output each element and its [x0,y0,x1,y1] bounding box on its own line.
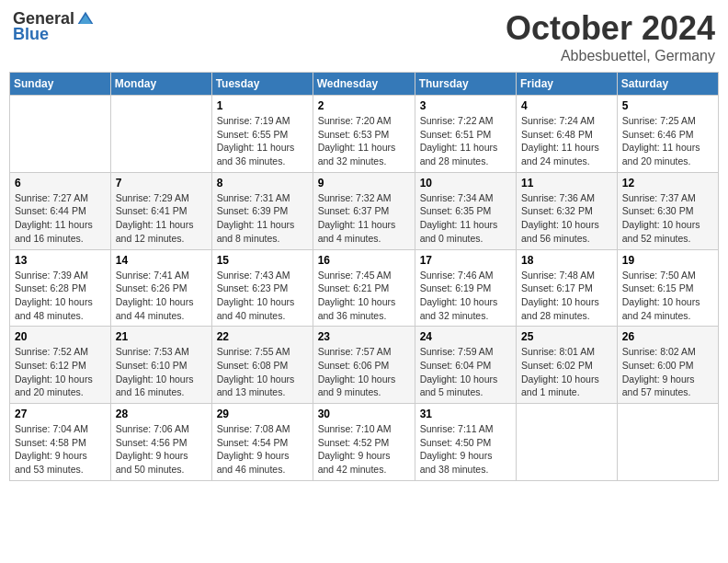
calendar-cell [110,96,211,173]
day-number: 27 [15,408,106,420]
day-info: Sunrise: 7:11 AM Sunset: 4:50 PM Dayligh… [420,422,511,477]
day-info: Sunrise: 7:20 AM Sunset: 6:53 PM Dayligh… [318,114,410,168]
day-number: 21 [116,330,207,343]
calendar-cell: 18Sunrise: 7:48 AM Sunset: 6:17 PM Dayli… [517,249,618,327]
calendar-cell: 30Sunrise: 7:10 AM Sunset: 4:52 PM Dayli… [313,404,415,481]
day-number: 9 [318,177,410,190]
calendar-cell: 31Sunrise: 7:11 AM Sunset: 4:50 PM Dayli… [415,404,516,481]
day-info: Sunrise: 7:06 AM Sunset: 4:56 PM Dayligh… [116,422,207,477]
day-number: 26 [622,330,713,343]
day-info: Sunrise: 7:34 AM Sunset: 6:35 PM Dayligh… [420,191,511,246]
day-number: 20 [15,330,106,343]
day-info: Sunrise: 7:41 AM Sunset: 6:26 PM Dayligh… [116,269,207,323]
calendar-table: Sunday Monday Tuesday Wednesday Thursday… [9,72,719,481]
calendar-cell: 2Sunrise: 7:20 AM Sunset: 6:53 PM Daylig… [313,96,415,173]
month-title: October 2024 [506,9,715,48]
calendar-cell: 13Sunrise: 7:39 AM Sunset: 6:28 PM Dayli… [10,249,111,327]
day-number: 22 [217,330,308,343]
calendar-cell: 9Sunrise: 7:32 AM Sunset: 6:37 PM Daylig… [313,172,415,249]
day-number: 29 [217,408,308,420]
day-info: Sunrise: 8:01 AM Sunset: 6:02 PM Dayligh… [521,345,612,399]
calendar-cell: 8Sunrise: 7:31 AM Sunset: 6:39 PM Daylig… [211,172,313,249]
day-info: Sunrise: 7:37 AM Sunset: 6:30 PM Dayligh… [622,191,713,246]
day-number: 2 [318,99,410,112]
day-number: 5 [622,99,713,112]
day-number: 6 [15,177,106,190]
day-number: 3 [420,99,511,112]
calendar-cell: 11Sunrise: 7:36 AM Sunset: 6:32 PM Dayli… [517,172,618,249]
calendar-week-3: 13Sunrise: 7:39 AM Sunset: 6:28 PM Dayli… [10,249,719,327]
day-number: 30 [318,408,410,420]
day-number: 16 [318,254,410,267]
calendar-cell: 27Sunrise: 7:04 AM Sunset: 4:58 PM Dayli… [10,404,111,481]
calendar-cell: 22Sunrise: 7:55 AM Sunset: 6:08 PM Dayli… [211,327,313,404]
day-number: 19 [622,254,713,267]
calendar-cell: 3Sunrise: 7:22 AM Sunset: 6:51 PM Daylig… [415,96,516,173]
calendar-week-1: 1Sunrise: 7:19 AM Sunset: 6:55 PM Daylig… [10,96,719,173]
calendar-cell: 6Sunrise: 7:27 AM Sunset: 6:44 PM Daylig… [10,172,111,249]
header-friday: Friday [517,73,618,96]
logo-blue: Blue [13,25,49,44]
day-info: Sunrise: 7:57 AM Sunset: 6:06 PM Dayligh… [318,345,410,399]
day-info: Sunrise: 7:39 AM Sunset: 6:28 PM Dayligh… [15,269,106,323]
calendar-cell [517,404,618,481]
calendar-cell: 19Sunrise: 7:50 AM Sunset: 6:15 PM Dayli… [617,249,718,327]
day-number: 10 [420,177,511,190]
header-row: Sunday Monday Tuesday Wednesday Thursday… [10,73,719,96]
calendar-cell: 10Sunrise: 7:34 AM Sunset: 6:35 PM Dayli… [415,172,516,249]
day-number: 15 [217,254,308,267]
day-number: 8 [217,177,308,190]
day-number: 7 [116,177,207,190]
day-info: Sunrise: 7:29 AM Sunset: 6:41 PM Dayligh… [116,191,207,246]
logo-icon [76,10,95,29]
day-number: 12 [622,177,713,190]
calendar-cell: 28Sunrise: 7:06 AM Sunset: 4:56 PM Dayli… [110,404,211,481]
header-sunday: Sunday [10,73,111,96]
calendar-cell: 25Sunrise: 8:01 AM Sunset: 6:02 PM Dayli… [517,327,618,404]
calendar-cell: 5Sunrise: 7:25 AM Sunset: 6:46 PM Daylig… [617,96,718,173]
day-info: Sunrise: 7:43 AM Sunset: 6:23 PM Dayligh… [217,269,308,323]
day-info: Sunrise: 7:27 AM Sunset: 6:44 PM Dayligh… [15,191,106,246]
page-header: General Blue October 2024 Abbesbuettel, … [9,9,719,64]
day-info: Sunrise: 7:53 AM Sunset: 6:10 PM Dayligh… [116,345,207,399]
day-number: 14 [116,254,207,267]
calendar-cell: 14Sunrise: 7:41 AM Sunset: 6:26 PM Dayli… [110,249,211,327]
day-info: Sunrise: 7:31 AM Sunset: 6:39 PM Dayligh… [217,191,308,246]
day-info: Sunrise: 7:36 AM Sunset: 6:32 PM Dayligh… [521,191,612,246]
day-info: Sunrise: 7:59 AM Sunset: 6:04 PM Dayligh… [420,345,511,399]
calendar-cell: 23Sunrise: 7:57 AM Sunset: 6:06 PM Dayli… [313,327,415,404]
day-number: 4 [521,99,612,112]
calendar-week-2: 6Sunrise: 7:27 AM Sunset: 6:44 PM Daylig… [10,172,719,249]
day-number: 25 [521,330,612,343]
day-info: Sunrise: 7:24 AM Sunset: 6:48 PM Dayligh… [521,114,612,168]
day-number: 23 [318,330,410,343]
day-info: Sunrise: 7:46 AM Sunset: 6:19 PM Dayligh… [420,269,511,323]
calendar-cell: 21Sunrise: 7:53 AM Sunset: 6:10 PM Dayli… [110,327,211,404]
day-info: Sunrise: 7:25 AM Sunset: 6:46 PM Dayligh… [622,114,713,168]
calendar-cell: 15Sunrise: 7:43 AM Sunset: 6:23 PM Dayli… [211,249,313,327]
day-info: Sunrise: 7:50 AM Sunset: 6:15 PM Dayligh… [622,269,713,323]
calendar-cell: 26Sunrise: 8:02 AM Sunset: 6:00 PM Dayli… [617,327,718,404]
header-monday: Monday [110,73,211,96]
calendar-cell: 1Sunrise: 7:19 AM Sunset: 6:55 PM Daylig… [211,96,313,173]
calendar-cell: 12Sunrise: 7:37 AM Sunset: 6:30 PM Dayli… [617,172,718,249]
day-info: Sunrise: 7:08 AM Sunset: 4:54 PM Dayligh… [217,422,308,477]
day-number: 1 [217,99,308,112]
header-tuesday: Tuesday [211,73,313,96]
day-info: Sunrise: 7:52 AM Sunset: 6:12 PM Dayligh… [15,345,106,399]
day-number: 17 [420,254,511,267]
calendar-week-4: 20Sunrise: 7:52 AM Sunset: 6:12 PM Dayli… [10,327,719,404]
calendar-cell: 4Sunrise: 7:24 AM Sunset: 6:48 PM Daylig… [517,96,618,173]
day-info: Sunrise: 7:19 AM Sunset: 6:55 PM Dayligh… [217,114,308,168]
day-info: Sunrise: 7:32 AM Sunset: 6:37 PM Dayligh… [318,191,410,246]
calendar-cell: 16Sunrise: 7:45 AM Sunset: 6:21 PM Dayli… [313,249,415,327]
day-number: 11 [521,177,612,190]
calendar-cell [10,96,111,173]
day-info: Sunrise: 7:55 AM Sunset: 6:08 PM Dayligh… [217,345,308,399]
day-number: 24 [420,330,511,343]
calendar-cell: 20Sunrise: 7:52 AM Sunset: 6:12 PM Dayli… [10,327,111,404]
day-info: Sunrise: 7:45 AM Sunset: 6:21 PM Dayligh… [318,269,410,323]
day-number: 18 [521,254,612,267]
calendar-cell [617,404,718,481]
title-area: October 2024 Abbesbuettel, Germany [506,9,715,64]
